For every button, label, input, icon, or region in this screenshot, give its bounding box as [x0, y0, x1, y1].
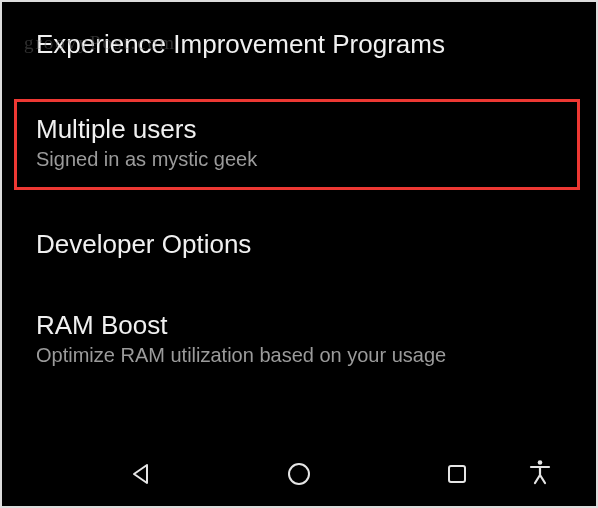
item-subtitle: Signed in as mystic geek [36, 147, 562, 172]
accessibility-icon [529, 459, 551, 489]
recent-square-icon [447, 464, 467, 484]
settings-item-experience-improvement[interactable]: Experience Improvement Programs [2, 14, 596, 99]
svg-point-0 [289, 464, 309, 484]
settings-item-multiple-users[interactable]: Multiple users Signed in as mystic geek [14, 99, 580, 191]
nav-recent-button[interactable] [433, 450, 481, 498]
item-title: Multiple users [36, 113, 562, 146]
spacer [2, 190, 596, 210]
item-title: RAM Boost [36, 309, 566, 342]
back-triangle-icon [130, 463, 152, 485]
spacer [2, 281, 596, 291]
svg-rect-1 [449, 466, 465, 482]
item-title: Developer Options [36, 228, 566, 261]
accessibility-button[interactable] [516, 450, 564, 498]
settings-item-developer-options[interactable]: Developer Options [2, 210, 596, 281]
settings-item-ram-boost[interactable]: RAM Boost Optimize RAM utilization based… [2, 291, 596, 387]
home-circle-icon [287, 462, 311, 486]
navigation-bar [2, 442, 596, 506]
item-subtitle: Optimize RAM utilization based on your u… [36, 343, 566, 368]
nav-home-button[interactable] [275, 450, 323, 498]
svg-point-2 [538, 460, 543, 465]
nav-back-button[interactable] [117, 450, 165, 498]
item-title: Experience Improvement Programs [36, 28, 566, 61]
settings-list: Experience Improvement Programs Multiple… [2, 2, 596, 386]
settings-screen: groovyPost.com Experience Improvement Pr… [0, 0, 598, 508]
